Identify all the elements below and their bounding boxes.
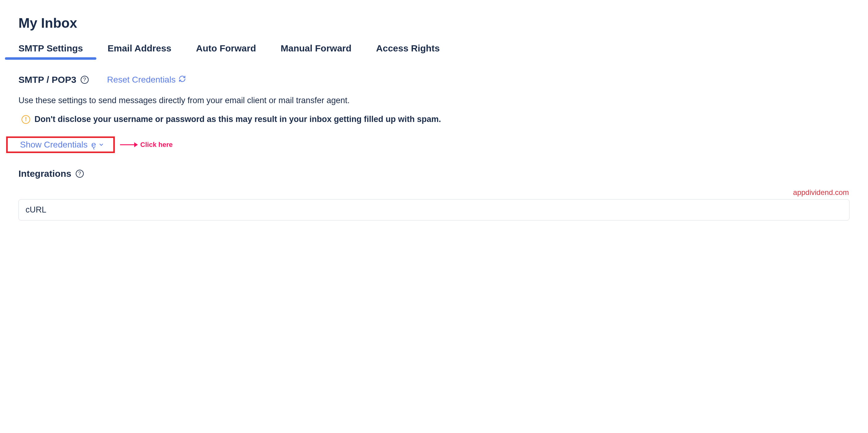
show-credentials-label: Show Credentials — [20, 140, 87, 150]
help-icon[interactable]: ? — [81, 76, 89, 84]
tab-email-address[interactable]: Email Address — [107, 43, 171, 59]
warning-text: Don't disclose your username or password… — [34, 115, 441, 124]
integration-select[interactable]: cURL — [19, 199, 849, 221]
smtp-heading: SMTP / POP3 ? — [19, 75, 89, 85]
tab-manual-forward[interactable]: Manual Forward — [281, 43, 351, 59]
smtp-heading-text: SMTP / POP3 — [19, 75, 76, 85]
tab-auto-forward[interactable]: Auto Forward — [196, 43, 256, 59]
integrations-heading-text: Integrations — [19, 169, 71, 179]
reset-credentials-label: Reset Credentials — [107, 75, 176, 85]
tab-smtp-settings[interactable]: SMTP Settings — [19, 43, 83, 59]
tab-access-rights[interactable]: Access Rights — [376, 43, 440, 59]
smtp-description: Use these settings to send messages dire… — [19, 96, 849, 105]
svg-marker-1 — [134, 142, 138, 147]
warning-row: ! Don't disclose your username or passwo… — [19, 115, 849, 124]
page-title: My Inbox — [19, 16, 849, 31]
tabs-container: SMTP Settings Email Address Auto Forward… — [19, 43, 849, 59]
reset-credentials-link[interactable]: Reset Credentials — [107, 75, 186, 85]
watermark-text: appdividend.com — [19, 188, 849, 197]
help-icon[interactable]: ? — [76, 170, 84, 178]
integrations-heading: Integrations ? — [19, 169, 849, 179]
show-credentials-highlight: Show Credentials ę Click here — [6, 137, 115, 153]
smtp-heading-row: SMTP / POP3 ? Reset Credentials — [19, 75, 849, 85]
warning-icon: ! — [22, 115, 30, 124]
refresh-icon — [179, 75, 186, 85]
chevron-down-icon: ę — [91, 140, 104, 150]
annotation-arrow: Click here — [119, 141, 173, 149]
show-credentials-button[interactable]: Show Credentials ę — [20, 140, 104, 150]
annotation-text: Click here — [141, 141, 173, 149]
